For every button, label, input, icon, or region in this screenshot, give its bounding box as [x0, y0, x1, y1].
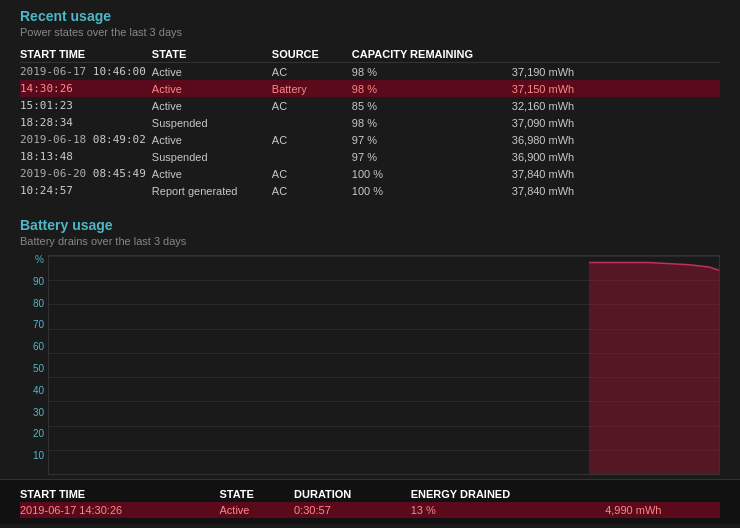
battery-usage-title: Battery usage	[20, 217, 720, 233]
cell-state: Report generated	[152, 182, 272, 199]
summary-energy: 13 %	[411, 502, 605, 518]
cell-state: Active	[152, 131, 272, 148]
y-label-70: 70	[20, 320, 44, 330]
cell-state: Active	[152, 80, 272, 97]
chart-grid-line	[49, 474, 719, 475]
table-row: 2019-06-17 10:46:00 Active AC 98 % 37,19…	[20, 63, 720, 81]
cell-capacity: 100 %	[352, 165, 512, 182]
cell-remaining: 37,840 mWh	[512, 182, 720, 199]
date-cell: 2019-06-17	[20, 65, 93, 78]
y-axis-label-percent: %	[20, 255, 44, 265]
summary-col-energy: ENERGY DRAINED	[411, 486, 605, 502]
y-label-90: 90	[20, 277, 44, 287]
cell-state: Active	[152, 63, 272, 81]
cell-source: AC	[272, 63, 352, 81]
y-label-10: 10	[20, 451, 44, 461]
cell-remaining: 37,190 mWh	[512, 63, 720, 81]
table-row: 2019-06-20 08:45:49 Active AC 100 % 37,8…	[20, 165, 720, 182]
recent-usage-subtitle: Power states over the last 3 days	[20, 26, 720, 38]
cell-start-time: 14:30:26	[20, 80, 152, 97]
cell-start-time: 18:13:48	[20, 148, 152, 165]
col-header-start: START TIME	[20, 46, 152, 63]
date-cell: 2019-06-18	[20, 133, 93, 146]
cell-start-time: 2019-06-18 08:49:02	[20, 131, 152, 148]
summary-duration: 0:30:57	[294, 502, 411, 518]
cell-start-time: 15:01:23	[20, 97, 152, 114]
summary-col-state: STATE	[219, 486, 294, 502]
summary-state: Active	[219, 502, 294, 518]
y-label-50: 50	[20, 364, 44, 374]
usage-table: START TIME STATE SOURCE CAPACITY REMAINI…	[20, 46, 720, 199]
table-row: 14:30:26 Active Battery 98 % 37,150 mWh	[20, 80, 720, 97]
time-cell: 08:49:02	[93, 133, 146, 146]
cell-state: Suspended	[152, 114, 272, 131]
y-label-80: 80	[20, 299, 44, 309]
summary-energy-mwh: 4,990 mWh	[605, 502, 720, 518]
table-row: 18:28:34 Suspended 98 % 37,090 mWh	[20, 114, 720, 131]
cell-capacity: 100 %	[352, 182, 512, 199]
y-axis: % 90 80 70 60 50 40 30 20 10	[20, 255, 44, 475]
summary-col-start: START TIME	[20, 486, 219, 502]
time-cell: 08:45:49	[93, 167, 146, 180]
battery-usage-subtitle: Battery drains over the last 3 days	[20, 235, 720, 247]
table-row: 18:13:48 Suspended 97 % 36,900 mWh	[20, 148, 720, 165]
time-cell: 10:46:00	[93, 65, 146, 78]
cell-source: AC	[272, 165, 352, 182]
battery-chart	[48, 255, 720, 475]
cell-start-time: 2019-06-20 08:45:49	[20, 165, 152, 182]
summary-col-extra	[605, 486, 720, 502]
time-cell: 10:24:57	[20, 184, 73, 197]
cell-source: Battery	[272, 80, 352, 97]
battery-fill-area	[589, 263, 719, 474]
cell-source	[272, 148, 352, 165]
cell-remaining: 37,090 mWh	[512, 114, 720, 131]
battery-chart-svg	[49, 256, 719, 474]
summary-table: START TIME STATE DURATION ENERGY DRAINED…	[20, 486, 720, 518]
recent-usage-section: Recent usage Power states over the last …	[0, 0, 740, 209]
cell-capacity: 97 %	[352, 148, 512, 165]
cell-remaining: 37,150 mWh	[512, 80, 720, 97]
date-cell: 2019-06-20	[20, 167, 93, 180]
time-cell: 18:28:34	[20, 116, 73, 129]
cell-source: AC	[272, 182, 352, 199]
col-header-capacity: CAPACITY REMAINING	[352, 46, 512, 63]
cell-source: AC	[272, 131, 352, 148]
time-cell: 15:01:23	[20, 99, 73, 112]
table-row: 15:01:23 Active AC 85 % 32,160 mWh	[20, 97, 720, 114]
cell-remaining: 37,840 mWh	[512, 165, 720, 182]
y-label-30: 30	[20, 408, 44, 418]
summary-header-row: START TIME STATE DURATION ENERGY DRAINED	[20, 486, 720, 502]
cell-start-time: 10:24:57	[20, 182, 152, 199]
cell-capacity: 97 %	[352, 131, 512, 148]
cell-capacity: 98 %	[352, 63, 512, 81]
cell-source: AC	[272, 97, 352, 114]
table-row: 2019-06-18 08:49:02 Active AC 97 % 36,98…	[20, 131, 720, 148]
cell-remaining: 36,980 mWh	[512, 131, 720, 148]
summary-col-duration: DURATION	[294, 486, 411, 502]
cell-start-time: 2019-06-17 10:46:00	[20, 63, 152, 81]
y-label-60: 60	[20, 342, 44, 352]
cell-source	[272, 114, 352, 131]
y-label-20: 20	[20, 429, 44, 439]
time-cell: 14:30:26	[20, 82, 73, 95]
cell-state: Suspended	[152, 148, 272, 165]
chart-area: % 90 80 70 60 50 40 30 20 10	[20, 255, 720, 475]
col-header-extra	[512, 46, 720, 63]
cell-capacity: 98 %	[352, 80, 512, 97]
battery-usage-section: Battery usage Battery drains over the la…	[0, 209, 740, 475]
cell-state: Active	[152, 97, 272, 114]
cell-start-time: 18:28:34	[20, 114, 152, 131]
col-header-state: STATE	[152, 46, 272, 63]
recent-usage-title: Recent usage	[20, 8, 720, 24]
table-header-row: START TIME STATE SOURCE CAPACITY REMAINI…	[20, 46, 720, 63]
summary-section: START TIME STATE DURATION ENERGY DRAINED…	[0, 479, 740, 524]
summary-data-row: 2019-06-17 14:30:26 Active 0:30:57 13 % …	[20, 502, 720, 518]
col-header-source: SOURCE	[272, 46, 352, 63]
y-label-40: 40	[20, 386, 44, 396]
table-row: 10:24:57 Report generated AC 100 % 37,84…	[20, 182, 720, 199]
cell-remaining: 32,160 mWh	[512, 97, 720, 114]
cell-capacity: 98 %	[352, 114, 512, 131]
cell-remaining: 36,900 mWh	[512, 148, 720, 165]
summary-start-time: 2019-06-17 14:30:26	[20, 502, 219, 518]
time-cell: 18:13:48	[20, 150, 73, 163]
